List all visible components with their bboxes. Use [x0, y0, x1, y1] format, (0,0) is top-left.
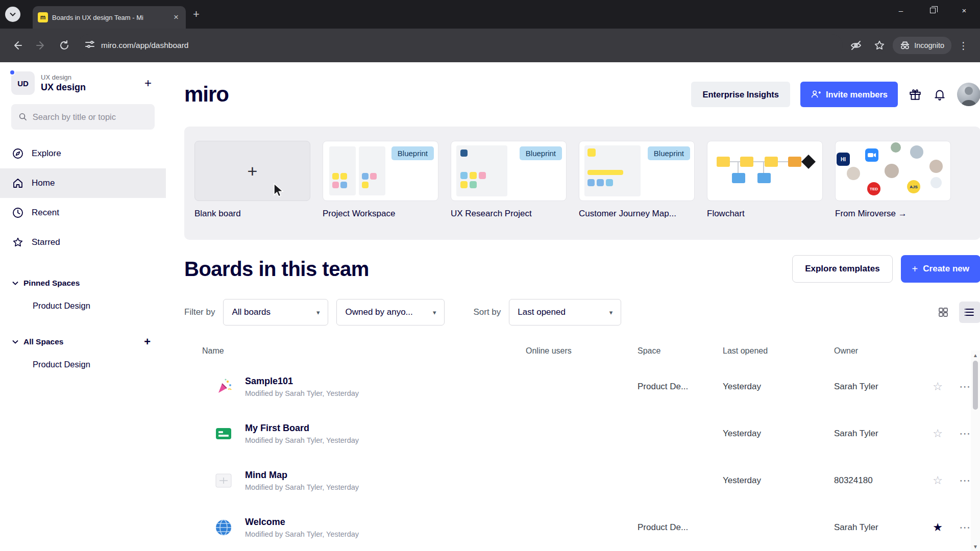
pinned-spaces-section[interactable]: Pinned Spaces [0, 270, 166, 296]
sidebar-item-starred[interactable]: Starred [0, 228, 166, 257]
flowchart-graphic [707, 141, 822, 201]
board-name[interactable]: Welcome [245, 517, 359, 528]
sidebar-item-home[interactable]: Home [0, 168, 166, 198]
workspace-avatar[interactable]: UD [11, 71, 35, 95]
template-thumbnail[interactable]: Blueprint [323, 141, 438, 201]
board-icon-party [212, 375, 235, 398]
section-title: All Spaces [23, 337, 63, 346]
owner-filter-dropdown[interactable]: Owned by anyo... ▾ [336, 299, 445, 325]
cell-last-opened: Yesterday [723, 475, 834, 486]
boards-filter-dropdown[interactable]: All boards ▾ [223, 299, 328, 325]
miro-favicon-icon: m [38, 12, 48, 22]
bell-icon[interactable] [933, 87, 947, 102]
miro-app: UD UX design UX design + Explore Home Re… [0, 62, 980, 551]
template-thumbnail[interactable]: Blueprint [451, 141, 567, 201]
tab-search-chevron-icon[interactable] [5, 7, 20, 22]
avatar-thumb [929, 160, 943, 173]
star-toggle-icon[interactable]: ☆ [925, 474, 950, 487]
view-toggle [933, 302, 980, 323]
miroverse-thumbnail[interactable]: HI TED AJS [835, 141, 951, 201]
close-window-button[interactable]: × [948, 0, 980, 20]
browser-menu-icon[interactable]: ⋮ [954, 40, 973, 52]
gift-icon[interactable] [908, 87, 922, 102]
table-row[interactable]: Mind Map Modified by Sarah Tyler, Yester… [184, 457, 980, 504]
board-icon-green [212, 422, 235, 445]
column-header-name[interactable]: Name [202, 346, 526, 356]
bookmark-star-icon[interactable] [869, 35, 890, 56]
column-header-online-users[interactable]: Online users [526, 346, 638, 356]
template-from-miroverse[interactable]: HI TED AJS From Miroverse → [835, 141, 951, 240]
template-blank-board[interactable]: + Blank board [194, 141, 310, 240]
all-spaces-section[interactable]: All Spaces + [0, 329, 166, 355]
minimize-button[interactable]: – [885, 0, 917, 20]
tab-close-icon[interactable]: × [172, 12, 181, 22]
cell-last-opened: Yesterday [723, 429, 834, 439]
grid-view-icon[interactable] [933, 302, 954, 323]
template-customer-journey-map[interactable]: Blueprint Customer Journey Map... [579, 141, 695, 240]
board-name[interactable]: Mind Map [245, 470, 359, 481]
forward-button[interactable] [31, 35, 51, 56]
miro-logo: miro [184, 82, 229, 107]
enterprise-insights-button[interactable]: Enterprise Insights [691, 82, 790, 107]
add-space-button[interactable]: + [141, 335, 154, 348]
template-thumbnail[interactable] [707, 141, 823, 201]
column-header-owner[interactable]: Owner [834, 346, 925, 356]
list-view-icon[interactable] [959, 302, 980, 323]
cell-owner: 80324180 [834, 475, 925, 486]
star-toggle-icon[interactable]: ☆ [925, 427, 950, 440]
workspace-switcher[interactable]: UD UX design UX design + [0, 71, 166, 95]
scrollbar[interactable]: ▲ ▼ [971, 350, 980, 551]
notification-dot [9, 69, 15, 76]
sort-dropdown[interactable]: Last opened ▾ [509, 299, 621, 325]
table-row[interactable]: My First Board Modified by Sarah Tyler, … [184, 410, 980, 457]
new-tab-button[interactable]: + [193, 8, 200, 21]
star-toggle-icon[interactable]: ★ [925, 521, 950, 534]
star-toggle-icon[interactable]: ☆ [925, 380, 950, 393]
filter-row: Filter by All boards ▾ Owned by anyo... … [184, 299, 980, 325]
eye-off-icon[interactable] [846, 35, 866, 56]
sidebar-search[interactable] [11, 104, 155, 130]
back-button[interactable] [7, 35, 28, 56]
plus-icon: + [912, 263, 918, 275]
site-info-icon[interactable] [85, 39, 95, 52]
restore-button[interactable] [917, 0, 948, 20]
sidebar-item-explore[interactable]: Explore [0, 139, 166, 168]
sidebar-item-recent[interactable]: Recent [0, 198, 166, 228]
table-row[interactable]: Sample101 Modified by Sarah Tyler, Yeste… [184, 363, 980, 410]
cell-owner: Sarah Tyler [834, 522, 925, 533]
scroll-down-icon[interactable]: ▼ [971, 542, 980, 551]
user-avatar[interactable] [957, 83, 980, 106]
table-row[interactable]: Welcome Modified by Sarah Tyler, Yesterd… [184, 504, 980, 551]
create-new-button[interactable]: + Create new [901, 255, 980, 283]
board-name[interactable]: My First Board [245, 423, 359, 434]
column-header-space[interactable]: Space [638, 346, 723, 356]
template-thumbnail[interactable]: Blueprint [579, 141, 695, 201]
address-bar[interactable]: miro.com/app/dashboard [78, 34, 843, 57]
template-ux-research-project[interactable]: Blueprint UX Research Project [451, 141, 567, 240]
space-item-product-design[interactable]: Product Design [0, 355, 166, 374]
star-icon [12, 237, 23, 248]
incognito-label: Incognito [914, 41, 944, 49]
column-header-last-opened[interactable]: Last opened [723, 346, 834, 356]
add-workspace-button[interactable]: + [141, 76, 155, 90]
plus-icon: + [248, 161, 258, 181]
blueprint-badge: Blueprint [391, 146, 434, 160]
board-icon-globe [212, 516, 235, 539]
search-input[interactable] [33, 112, 148, 122]
template-label: From Miroverse → [835, 209, 951, 219]
scrollbar-thumb[interactable] [973, 361, 978, 410]
template-project-workspace[interactable]: Blueprint Project Workspace [323, 141, 438, 240]
template-flowchart[interactable]: Flowchart [707, 141, 823, 240]
scroll-up-icon[interactable]: ▲ [971, 350, 980, 360]
blank-board-thumbnail[interactable]: + [194, 141, 310, 201]
incognito-badge: Incognito [893, 37, 951, 54]
explore-templates-button[interactable]: Explore templates [792, 255, 892, 283]
reload-button[interactable] [54, 35, 75, 56]
browser-tab[interactable]: m Boards in UX design Team - Mi × [33, 6, 186, 29]
space-item-product-design[interactable]: Product Design [0, 296, 166, 316]
board-name[interactable]: Sample101 [245, 376, 359, 387]
person-plus-icon [811, 89, 821, 99]
chevron-down-icon [12, 281, 18, 285]
avatar-thumb [885, 164, 899, 178]
invite-members-button[interactable]: Invite members [800, 82, 898, 107]
